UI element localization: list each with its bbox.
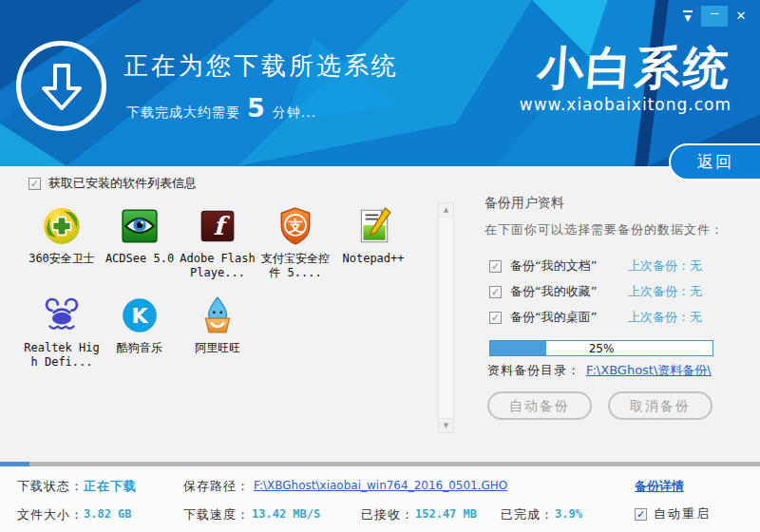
backup-item-label: 备份“我的收藏” — [510, 283, 601, 300]
software-item-label: Realtek High Defi... — [23, 341, 101, 370]
software-item-360[interactable]: 360安全卫士 — [23, 206, 101, 280]
check-icon: ✓ — [491, 260, 500, 273]
received-label: 已接收： — [361, 506, 414, 523]
minimize-button[interactable]: ─ — [701, 6, 728, 27]
backup-panel-subtitle: 在下面你可以选择需要备份的数据文件： — [484, 221, 724, 238]
backup-item-desktop: ✓ 备份“我的桌面” 上次备份：无 — [489, 309, 702, 326]
alipay-shield-icon: 支 — [276, 206, 315, 246]
last-backup-status[interactable]: 上次备份：无 — [628, 257, 702, 275]
subtitle-suffix: 分钟... — [273, 104, 316, 122]
download-status-value: 正在下载 — [84, 478, 137, 495]
software-row: Realtek High Defi... K 酷狗音乐 — [23, 295, 431, 385]
backup-documents-checkbox[interactable]: ✓ — [489, 260, 502, 273]
check-icon: ✓ — [491, 312, 500, 324]
skin-menu-button[interactable]: ▼ — [674, 6, 701, 27]
scroll-up-icon[interactable]: ▲ — [439, 203, 453, 218]
software-scrollbar[interactable]: ▲ ▼ — [438, 202, 454, 433]
brand-name: 小白系统 — [518, 42, 733, 93]
download-status-label: 下载状态： — [17, 478, 84, 495]
kugou-music-icon: K — [120, 295, 160, 335]
status-bar: 下载状态： 正在下载 保存路径： F:\XBGhost\xiaobai_win7… — [0, 466, 760, 532]
software-item-label: 阿里旺旺 — [179, 341, 256, 355]
chevron-down-icon: ▼ — [674, 6, 701, 28]
software-item-realtek[interactable]: Realtek High Defi... — [23, 295, 101, 370]
backup-progress-bar: 25% — [489, 340, 713, 356]
backup-directory-row: 资料备份目录： F:\XBGhost\资料备份\ — [487, 362, 712, 379]
software-item-label: Notepad++ — [334, 252, 412, 266]
received-value: 152.47 MB — [415, 507, 477, 521]
subtitle-minutes: 5 — [247, 93, 266, 123]
software-item-acdsee[interactable]: ACDSee 5.0 — [101, 206, 179, 280]
last-backup-status[interactable]: 上次备份：无 — [628, 309, 702, 326]
adobe-flash-icon: f — [198, 206, 238, 246]
realtek-crab-icon — [42, 295, 82, 335]
last-backup-status[interactable]: 上次备份：无 — [628, 283, 702, 300]
software-item-label: 支付宝安全控件 5.... — [256, 252, 334, 280]
backup-panel-title: 备份用户资料 — [484, 195, 564, 212]
backup-favorites-checkbox[interactable]: ✓ — [489, 286, 502, 298]
auto-restart-row: ✓ 自动重启 — [635, 505, 711, 522]
software-grid: 360安全卫士 ACDSee 5.0 — [23, 206, 431, 385]
backup-directory-link[interactable]: F:\XBGhost\资料备份\ — [586, 362, 712, 379]
file-size-label: 文件大小： — [17, 506, 84, 523]
backup-item-favorites: ✓ 备份“我的收藏” 上次备份：无 — [489, 283, 702, 300]
check-icon: ✓ — [30, 178, 39, 190]
software-item-notepadpp[interactable]: Notepad++ — [334, 206, 412, 280]
file-size-value: 3.82 GB — [84, 507, 132, 521]
software-list-checkbox-label: 获取已安装的软件列表信息 — [48, 175, 197, 192]
minimize-icon: ─ — [711, 7, 718, 21]
software-item-wangwang[interactable]: 阿里旺旺 — [179, 295, 256, 370]
software-list-checkbox-row: ✓ 获取已安装的软件列表信息 — [28, 175, 197, 192]
cancel-backup-button[interactable]: 取消备份 — [608, 391, 712, 420]
software-item-kugou[interactable]: K 酷狗音乐 — [101, 295, 179, 370]
backup-item-label: 备份“我的桌面” — [510, 309, 601, 326]
window-controls: ▼ ─ ✕ — [674, 6, 754, 27]
completed-value: 3.9% — [555, 507, 582, 521]
brand-logo: 小白系统 www.xiaobaixitong.com — [520, 42, 732, 114]
completed-label: 已完成： — [501, 506, 554, 523]
check-icon: ✓ — [636, 508, 645, 521]
360-safety-icon — [42, 206, 82, 246]
page-subtitle: 下载完成大约需要 5 分钟... — [126, 93, 316, 123]
page-title: 正在为您下载所选系统 — [124, 49, 399, 83]
aliwangwang-icon — [198, 295, 238, 335]
software-item-label: ACDSee 5.0 — [101, 252, 179, 266]
backup-desktop-checkbox[interactable]: ✓ — [489, 312, 502, 324]
back-button[interactable]: 返回 — [669, 143, 760, 180]
software-item-alipay[interactable]: 支 支付宝安全控件 5.... — [256, 206, 334, 280]
download-speed-label: 下载速度： — [183, 506, 250, 523]
backup-progress-label: 25% — [490, 341, 712, 356]
brand-website: www.xiaobaixitong.com — [520, 95, 732, 114]
download-speed-value: 13.42 MB/S — [252, 507, 320, 521]
skin-line-icon — [683, 10, 693, 12]
backup-directory-label: 资料备份目录： — [487, 362, 580, 379]
auto-restart-checkbox[interactable]: ✓ — [635, 508, 647, 521]
svg-text:K: K — [131, 304, 148, 328]
acdsee-eye-icon — [120, 206, 160, 246]
check-icon: ✓ — [491, 286, 500, 298]
header: ▼ ─ ✕ 正在为您下载所选系统 下载完成大约需要 5 分钟... 小白系统 w… — [0, 0, 760, 166]
app-window: ▼ ─ ✕ 正在为您下载所选系统 下载完成大约需要 5 分钟... 小白系统 w… — [0, 0, 760, 532]
software-item-flash[interactable]: f Adobe Flash Playe... — [179, 206, 256, 280]
auto-backup-button[interactable]: 自动备份 — [487, 391, 592, 420]
download-arrow-icon — [37, 62, 86, 111]
scroll-down-icon[interactable]: ▼ — [439, 418, 453, 432]
backup-item-documents: ✓ 备份“我的文档” 上次备份：无 — [489, 257, 702, 275]
software-list-checkbox[interactable]: ✓ — [28, 178, 41, 190]
save-path-link[interactable]: F:\XBGhost\xiaobai_win764_2016_0501.GHO — [254, 479, 507, 492]
software-item-label: 酷狗音乐 — [101, 341, 179, 355]
download-circle-icon — [16, 41, 106, 131]
backup-details-link[interactable]: 备份详情 — [635, 478, 684, 495]
main-content: ✓ 获取已安装的软件列表信息 360安全卫士 — [0, 166, 760, 462]
notepad-plus-plus-icon — [353, 206, 393, 246]
save-path-label: 保存路径： — [183, 478, 250, 495]
software-item-label: Adobe Flash Playe... — [179, 252, 256, 280]
backup-item-label: 备份“我的文档” — [510, 257, 601, 275]
software-row: 360安全卫士 ACDSee 5.0 — [23, 206, 431, 295]
close-icon: ✕ — [736, 9, 747, 23]
auto-restart-label: 自动重启 — [654, 505, 711, 522]
software-item-label: 360安全卫士 — [23, 252, 101, 266]
close-button[interactable]: ✕ — [728, 6, 754, 27]
subtitle-prefix: 下载完成大约需要 — [126, 104, 240, 122]
svg-text:支: 支 — [287, 217, 303, 235]
